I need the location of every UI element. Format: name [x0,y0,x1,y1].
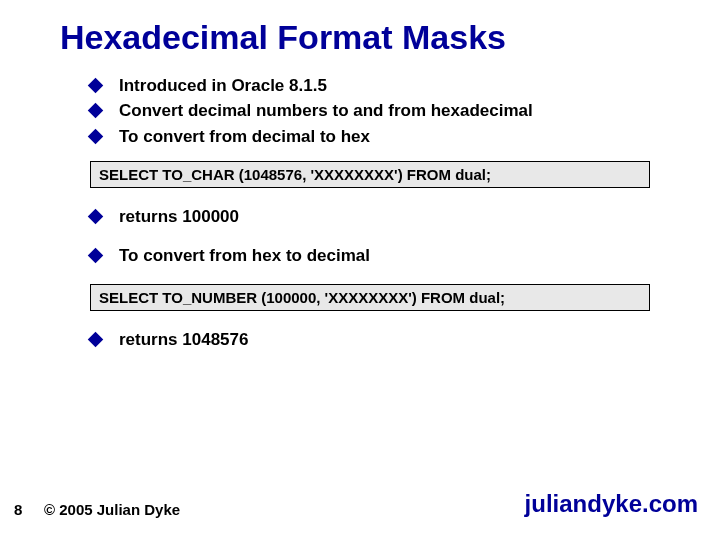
diamond-icon [88,128,104,144]
slide-title: Hexadecimal Format Masks [60,18,720,57]
bullet-text: returns 100000 [119,206,239,227]
page-number: 8 [14,501,44,518]
code-box: SELECT TO_CHAR (1048576, 'XXXXXXXX') FRO… [90,161,650,188]
diamond-icon [88,103,104,119]
bullet-item: returns 1048576 [90,329,720,350]
slide: Hexadecimal Format Masks Introduced in O… [0,0,720,351]
code-box: SELECT TO_NUMBER (100000, 'XXXXXXXX') FR… [90,284,650,311]
bullet-text: Convert decimal numbers to and from hexa… [119,100,533,121]
bullet-group-bot: returns 1048576 [90,329,720,350]
bullet-item: Convert decimal numbers to and from hexa… [90,100,720,121]
site-name: juliandyke.com [525,490,698,518]
bullet-text: To convert from decimal to hex [119,126,370,147]
bullet-text: returns 1048576 [119,329,248,350]
diamond-icon [88,248,104,264]
footer: 8 © 2005 Julian Dyke juliandyke.com [0,501,720,518]
diamond-icon [88,208,104,224]
copyright-text: © 2005 Julian Dyke [44,501,180,518]
bullet-text: To convert from hex to decimal [119,245,370,266]
bullet-item: To convert from hex to decimal [90,245,720,266]
bullet-text: Introduced in Oracle 8.1.5 [119,75,327,96]
bullet-item: Introduced in Oracle 8.1.5 [90,75,720,96]
diamond-icon [88,78,104,94]
bullet-group-mid: returns 100000 To convert from hex to de… [90,206,720,267]
bullet-item: returns 100000 [90,206,720,227]
bullet-item: To convert from decimal to hex [90,126,720,147]
bullet-group-top: Introduced in Oracle 8.1.5 Convert decim… [90,75,720,147]
diamond-icon [88,332,104,348]
